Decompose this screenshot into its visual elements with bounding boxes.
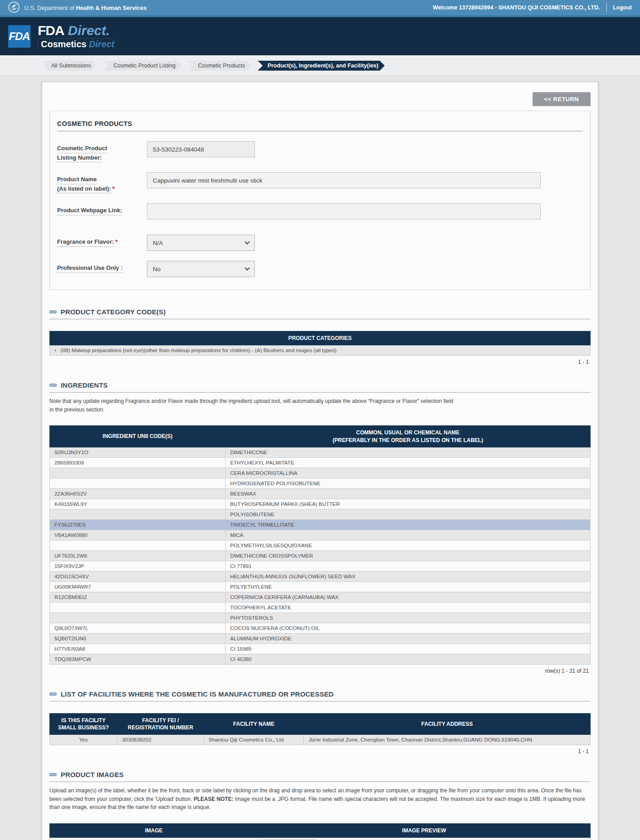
ingredient-unii-cell: R12CBM0EIZ [50,592,226,602]
fragrance-selected-value: N/A [153,240,163,246]
ingredient-unii-cell: H77VEI93A8 [50,643,226,654]
collapse-dash-icon[interactable] [49,773,57,776]
listing-number-input[interactable] [147,141,255,157]
ingredient-row[interactable]: 5QB0T2IUN0ALUMINUM HYDROXIDE [50,633,591,643]
ingredient-name-cell: CERA MICROCRISTALLINA [225,468,590,478]
main-content-card: << RETURN COSMETIC PRODUCTS Cosmetic Pro… [42,82,598,840]
ingredient-unii-cell: 15FIX9V2JP [50,561,226,571]
breadcrumb-bar: All SubmissionsCosmetic Product ListingC… [0,55,640,76]
logout-button[interactable]: Logout [613,4,632,11]
categories-table-header: PRODUCT CATEGORIES [50,331,591,345]
breadcrumb-item-cosmetic-product-listing[interactable]: Cosmetic Product Listing [103,61,182,71]
note-line-2: in the previous section. [49,407,105,413]
professional-selected-value: No [153,266,160,273]
ingredient-unii-cell: 2ZA36H0S2V [50,488,226,499]
label-line: Fragrance or Flavor: [57,237,114,247]
ingredient-name-cell: DIMETHICONE CROSSPOLYMER [225,550,590,561]
ingredient-unii-cell: 42DG15CHXV [50,571,226,581]
collapse-dash-icon[interactable] [49,310,57,313]
ingredient-row[interactable]: H77VEI93A8CI 15985 [50,643,591,654]
welcome-text: Welcome 13728942894 - SHANTOU QIJI COSME… [433,4,600,11]
ingredient-name-cell: ETHYLHEXYL PALMITATE [225,457,590,468]
return-button[interactable]: << RETURN [533,92,591,106]
ingredient-row[interactable]: POLYISOBUTENE [50,509,591,519]
ingredient-name-cell: HELIANTHUS ANNUUS (SUNFLOWER) SEED WAX [225,571,590,581]
ingredient-row[interactable]: UF7620L1W6DIMETHICONE CROSSPOLYMER [50,550,591,561]
ingredient-name-cell: COPERNICIA CERIFERA (CARNAUBA) WAX [225,592,590,602]
ingredient-unii-cell: TDQ283MPCW [50,654,226,664]
please-note-label: PLEASE NOTE: [194,796,234,802]
professional-use-select[interactable]: No [147,261,255,277]
ingredient-row[interactable]: 15FIX9V2JPCI 77891 [50,561,591,571]
collapse-dash-icon[interactable] [49,693,57,696]
label-line: Professional Use Only : [57,264,123,273]
ingredients-header-unii: INGREDIENT UNII CODE(S) [50,426,226,447]
ingredients-note: Note that any update regarding Fragrance… [49,397,591,414]
ingredients-table: INGREDIENT UNII CODE(S) COMMON, USUAL OR… [49,425,591,664]
ingredient-name-cell: PHYTOSTEROLS [225,612,590,623]
ingredient-row[interactable]: R12CBM0EIZCOPERNICIA CERIFERA (CARNAUBA)… [50,592,591,602]
facilities-section-title: LIST OF FACILITIES WHERE THE COSMETIC IS… [61,690,333,698]
ingredient-row[interactable]: Q9L0O73W7LCOCOS NUCIFERA (COCONUT) OIL [50,623,591,633]
product-name-label: Product Name (As listed on label):* [57,172,147,193]
image-row: CP393.jpg [50,838,591,840]
images-header-file: IMAGE [50,823,258,837]
ingredient-name-cell: POLYMETHYLSILSESQUIOXANE [225,540,590,550]
chevron-down-icon [244,239,249,244]
subbrand-bold: Cosmetics [41,39,86,49]
breadcrumb-item-product-s-ingredient-s-and-facility-ies[interactable]: Product(s), Ingredient(s), and Facility(… [258,61,385,71]
header-line: IS THIS FACILITY [61,717,106,724]
professional-use-row: Professional Use Only : No [57,261,583,277]
ingredient-row[interactable]: 2ZA36H0S2VBEESWAX [50,488,591,499]
ingredient-row[interactable]: HYDROGENATED POLYISOBUTENE [50,478,591,488]
note-line-1: Note that any update regarding Fragrance… [49,398,453,404]
fragrance-row: Fragrance or Flavor:* N/A [57,235,583,251]
categories-section-header: PRODUCT CATEGORY CODE(S) [49,308,591,319]
breadcrumb-item-cosmetic-products[interactable]: Cosmetic Products [188,61,252,71]
header-line: REGISTRATION NUMBER [128,724,193,731]
ingredient-row[interactable]: TDQ283MPCWCI 45380 [50,654,591,664]
ingredient-unii-cell: 2865993309 [50,457,226,468]
ingredient-unii-cell [50,540,226,550]
label-line: (As listed on label): [57,184,111,194]
webpage-link-input[interactable] [147,203,541,219]
ingredient-row[interactable]: TOCOPHERYL ACETATE [50,602,591,612]
label-line: Product Webpage Link: [57,206,122,215]
ingredient-row[interactable]: K49155WL9YBUTYROSPERMUM PARKII (SHEA) BU… [50,499,591,509]
ingredient-row[interactable]: 42DG15CHXVHELIANTHUS ANNUUS (SUNFLOWER) … [50,571,591,581]
ingredient-row[interactable]: V8A1AW0880MICA [50,530,591,540]
product-name-row: Product Name (As listed on label):* [57,172,583,193]
ingredient-row[interactable]: 92RU3N3Y1ODIMETHICONE [50,447,591,457]
required-asterisk: * [115,238,117,245]
facility-row[interactable]: Yes 3030838202 Shantou Qiji Cosmetics Co… [50,735,591,745]
ingredient-row[interactable]: POLYMETHYLSILSESQUIOXANE [50,540,591,550]
listing-number-label: Cosmetic Product Listing Number: [57,141,147,162]
fragrance-label: Fragrance or Flavor:* [57,235,147,247]
category-row[interactable]: •(08) Makeup preparations (not eye)(othe… [50,345,591,356]
ingredient-row[interactable]: CERA MICROCRISTALLINA [50,468,591,478]
hhs-eagle-icon [8,1,20,14]
ingredient-row[interactable]: UG00KM4WR7POLYETHYLENE [50,581,591,592]
ingredient-row[interactable]: 2865993309ETHYLHEXYL PALMITATE [50,457,591,468]
ingredient-row[interactable]: PHYTOSTEROLS [50,612,591,623]
images-section-header: PRODUCT IMAGES [49,771,591,782]
ingredient-unii-cell: 5QB0T2IUN0 [50,633,226,643]
ingredient-unii-cell: K49155WL9Y [50,499,226,509]
collapse-dash-icon[interactable] [49,384,57,387]
ingredient-name-cell: BEESWAX [225,488,590,499]
ingredient-row[interactable]: FY36J270ESTRIDECYL TRIMELLITATE [50,519,591,530]
cosmetic-products-panel: COSMETIC PRODUCTS Cosmetic Product Listi… [49,111,591,290]
product-name-input[interactable] [147,172,541,188]
facilities-section-header: LIST OF FACILITIES WHERE THE COSMETIC IS… [49,690,591,701]
dept-prefix: U.S. Department of [24,4,74,11]
fragrance-select[interactable]: N/A [147,235,255,251]
subbrand-italic: Direct [89,39,115,49]
ingredient-name-cell: CI 45380 [225,654,590,664]
bullet-icon: • [54,347,61,353]
ingredient-unii-cell: UF7620L1W6 [50,550,226,561]
webpage-link-label: Product Webpage Link: [57,203,147,215]
ingredient-unii-cell [50,509,226,519]
image-file-cell: CP393.jpg [50,838,258,840]
breadcrumb-item-all-submissions[interactable]: All Submissions [45,61,97,71]
ingredient-name-cell: POLYETHYLENE [225,581,590,592]
